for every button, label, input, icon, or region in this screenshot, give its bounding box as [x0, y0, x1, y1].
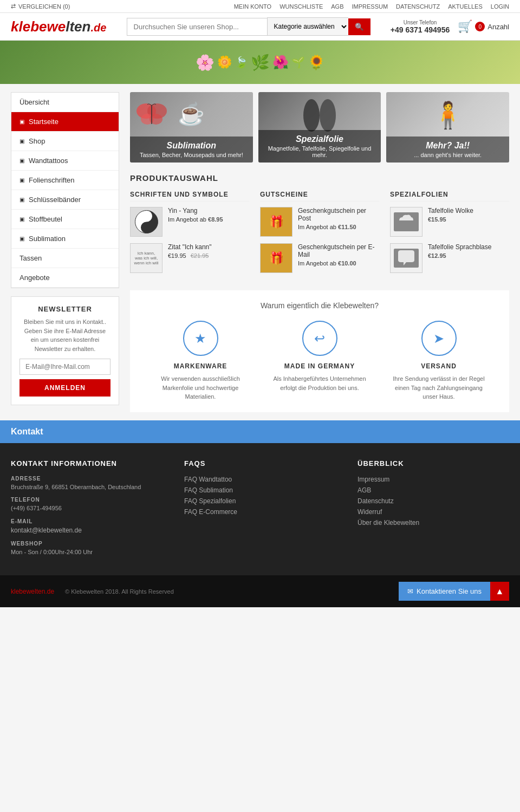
search-input[interactable]	[127, 18, 267, 36]
gutschein-post-price-value: €11.50	[338, 224, 356, 230]
why-col-markenware: ★ MARKENWARE Wir verwenden ausschließlic…	[152, 321, 249, 401]
sidebar-item-stoffbeutel[interactable]: ▣ Stoffbeutel	[11, 210, 119, 229]
sidebar-item-shop[interactable]: ▣ Shop	[11, 132, 119, 151]
promo-title-mehr: Mehr? Ja!!	[391, 141, 505, 151]
footer-faq-sublimation[interactable]: FAQ Sublimation	[184, 486, 336, 494]
sidebar-item-tassen[interactable]: Tassen	[11, 249, 119, 268]
compare-label[interactable]: VERGLEICHEN (0)	[18, 3, 70, 10]
markenware-text: Wir verwenden ausschließlich Markenfolie…	[152, 374, 249, 401]
footer-agb-link[interactable]: AGB	[358, 486, 509, 494]
sidebar-item-schlusselbander[interactable]: ▣ Schlüsselbänder	[11, 190, 119, 210]
gutschein-email-price: Im Angebot ab €10.00	[298, 260, 379, 267]
made-in-germany-title: MADE IN GERMANY	[271, 362, 368, 370]
zitat-info: Zitat "Ich kann" €19.95 €21.95	[168, 243, 249, 259]
svg-point-9	[145, 226, 148, 229]
footer-kontakt-title: KONTAKT INFORMATIONEN	[11, 459, 162, 467]
agb-link[interactable]: AGB	[331, 3, 343, 10]
sidebar-icon-folienschriften: ▣	[20, 177, 24, 183]
svg-point-8	[145, 215, 148, 218]
markenware-icon-circle: ★	[183, 321, 218, 356]
footer-bottom-actions: klebewelten.de © Klebewelten 2018. All R…	[11, 588, 174, 595]
footer-webshop-label: WEBSHOP	[11, 541, 162, 547]
footer-faqs-title: FAQS	[184, 459, 336, 467]
newsletter-text: Bleiben Sie mit uns in Kontakt.. Geben S…	[20, 317, 110, 353]
sidebar-icon-schlusselbander: ▣	[20, 197, 24, 203]
sidebar-item-angebote[interactable]: Angebote	[11, 268, 119, 288]
sidebar-item-folienschriften[interactable]: ▣ Folienschriften	[11, 171, 119, 190]
footer-col-kontakt: KONTAKT INFORMATIONEN ADRESSE Bruchstraß…	[11, 459, 162, 560]
product-item-zitat[interactable]: Ich kann,was ich will,wenn ich will Zita…	[130, 243, 249, 273]
mein-konto-link[interactable]: MEIN KONTO	[234, 3, 271, 10]
promo-card-spezial[interactable]: Spezialfolie Magnetfolie, Tafelfolie, Sp…	[258, 92, 381, 163]
product-item-tafelfolie-sprachblase[interactable]: Tafelfolie Sprachblase €12.95	[390, 243, 509, 273]
product-col-gutscheine: GUTSCHEINE 🎁 Geschenkgutschein per Post …	[260, 191, 379, 280]
gutscheine-col-title: GUTSCHEINE	[260, 191, 379, 202]
sidebar-item-wandtattoos[interactable]: ▣ Wandtattoos	[11, 151, 119, 171]
promo-card-sublimation[interactable]: ☕ Sublimation Tassen, Becher, Mousepads …	[130, 92, 253, 163]
footer-contact-title: Kontakt	[11, 427, 509, 437]
search-button[interactable]: 🔍	[348, 18, 370, 35]
hero-banner: 🌸 🌼 🍃 🌿 🌺 🌱 🌻	[0, 41, 520, 84]
product-item-gutschein-post[interactable]: 🎁 Geschenkgutschein per Post Im Angebot …	[260, 207, 379, 237]
envelope-icon: ✉	[407, 587, 413, 595]
sidebar-icon-stoffbeutel: ▣	[20, 216, 24, 222]
category-select[interactable]: Kategorie auswählen	[267, 17, 348, 36]
footer-faq-ecommerce[interactable]: FAQ E-Commerce	[184, 508, 336, 516]
promo-row: ☕ Sublimation Tassen, Becher, Mousepads …	[130, 92, 509, 163]
why-title: Warum eigentlich die Klebewelten?	[130, 301, 509, 310]
footer-datenschutz-link[interactable]: Datenschutz	[358, 497, 509, 505]
footer-impressum-link[interactable]: Impressum	[358, 476, 509, 483]
footer-telefon-label: TELEFON	[11, 497, 162, 503]
tafelfolie-sprachblase-price-value: €12.95	[428, 252, 446, 259]
logo[interactable]: klebewelten.de	[11, 18, 106, 35]
header: klebewelten.de Kategorie auswählen 🔍 Uns…	[0, 13, 520, 41]
footer-col-ueberblick: ÜBERBLICK Impressum AGB Datenschutz Wide…	[358, 459, 509, 560]
gutschein-email-price-label: Im Angebot ab	[298, 260, 336, 267]
newsletter-email-input[interactable]	[20, 359, 110, 375]
footer-telefon: (+49) 6371-494956	[11, 504, 162, 513]
footer-faq-wandtattoo[interactable]: FAQ Wandtattoo	[184, 476, 336, 483]
sidebar-item-sublimation[interactable]: ▣ Sublimation	[11, 229, 119, 249]
compare-section: ⇄ VERGLEICHEN (0)	[11, 3, 70, 10]
gutschein-post-price: Im Angebot ab €11.50	[298, 224, 379, 230]
svg-point-6	[320, 99, 336, 132]
product-item-tafelfolie-wolke[interactable]: Tafelfolie Wolke €15.95	[390, 207, 509, 237]
scroll-top-button[interactable]: ▲	[490, 582, 509, 601]
sublimation-butterfly	[135, 100, 168, 129]
tafelfolie-wolke-price: €15.95	[428, 216, 509, 223]
wunschliste-link[interactable]: WUNSCHLISTE	[280, 3, 323, 10]
tafelfolie-wolke-name: Tafelfolie Wolke	[428, 207, 509, 215]
mehr-visual: 🧍	[386, 92, 509, 138]
footer-col-faqs: FAQS FAQ Wandtattoo FAQ Sublimation FAQ …	[184, 459, 336, 560]
markenware-icon: ★	[194, 331, 206, 346]
sidebar-item-startseite[interactable]: ▣ Startseite	[11, 112, 119, 132]
tafelfolie-wolke-img	[390, 207, 422, 237]
footer-email[interactable]: kontakt@klebewelten.de	[11, 525, 162, 535]
phone-number: +49 6371 494956	[391, 25, 450, 34]
aktuelles-link[interactable]: AKTUELLES	[448, 3, 483, 10]
product-item-gutschein-email[interactable]: 🎁 Geschenkgutschein per E-Mail Im Angebo…	[260, 243, 379, 273]
login-link[interactable]: LOGIN	[491, 3, 509, 10]
contact-us-button[interactable]: ✉ Kontaktieren Sie uns	[399, 582, 490, 601]
datenschutz-link[interactable]: DATENSCHUTZ	[396, 3, 440, 10]
footer-faq-spezialfolien[interactable]: FAQ Spezialfolien	[184, 497, 336, 505]
yin-yang-price-value: €8.95	[208, 216, 223, 223]
footer-uber-link[interactable]: Über die Klebewelten	[358, 519, 509, 527]
footer-logo-link[interactable]: klebewelten.de	[11, 588, 54, 595]
cart-badge: 0	[475, 22, 485, 31]
footer-contact-bar: Kontakt	[0, 420, 520, 443]
promo-card-mehr[interactable]: 🧍 Mehr? Ja!! ... dann geht's hier weiter…	[386, 92, 509, 163]
zitat-price: €19.95 €21.95	[168, 252, 249, 259]
yin-yang-name: Yin - Yang	[168, 207, 249, 215]
footer-widerruf-link[interactable]: Widerruf	[358, 508, 509, 516]
impressum-link[interactable]: IMPRESSUM	[352, 3, 388, 10]
cart-block[interactable]: 🛒 0 Anzahl	[458, 20, 509, 34]
footer-email-link[interactable]: kontakt@klebewelten.de	[11, 525, 162, 535]
header-right: Unser Telefon +49 6371 494956 🛒 0 Anzahl	[391, 20, 509, 34]
product-item-yin-yang[interactable]: Yin - Yang Im Angebot ab €8.95	[130, 207, 249, 237]
gutschein-email-name: Geschenkgutschein per E-Mail	[298, 243, 379, 258]
newsletter-submit-button[interactable]: ANMELDEN	[20, 379, 110, 397]
promo-caption-text-sublimation: Tassen, Becher, Mousepads und mehr!	[140, 152, 243, 158]
gutschein-email-img: 🎁	[260, 243, 292, 273]
promo-caption-text-spezial: Magnetfolie, Tafelfolie, Spiegelfolie un…	[268, 145, 372, 158]
